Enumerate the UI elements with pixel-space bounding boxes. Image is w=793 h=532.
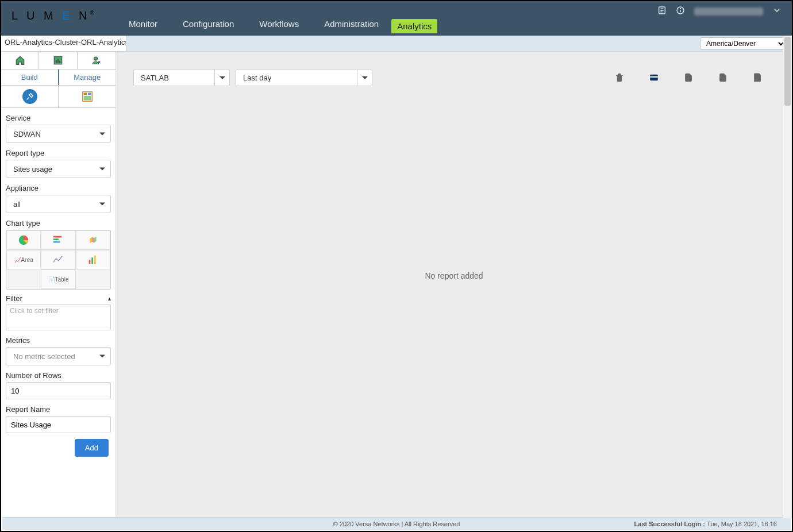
xls-icon[interactable]: [717, 72, 729, 83]
svg-rect-26: [756, 74, 759, 76]
main-toolbar: SATLAB Last day: [116, 52, 792, 86]
report-type-label: Report type: [1, 143, 116, 160]
metrics-select[interactable]: No metric selected: [6, 347, 111, 365]
info-icon[interactable]: [676, 6, 685, 17]
rows-input[interactable]: [6, 382, 111, 399]
tab-home-icon[interactable]: [1, 52, 39, 69]
sidebar-subtabs: Build Manage: [1, 70, 116, 86]
svg-rect-21: [88, 260, 90, 264]
rows-label: Number of Rows: [1, 365, 116, 382]
cluster-path[interactable]: ORL-Analytics-Cluster-ORL-AnalyticsDa: [1, 36, 126, 52]
scrollbar[interactable]: [783, 36, 792, 518]
chart-type-line[interactable]: [41, 250, 75, 269]
metrics-label: Metrics: [1, 330, 116, 347]
service-label: Service: [1, 108, 116, 125]
chart-type-table[interactable]: 📄Table: [41, 269, 75, 289]
svg-rect-19: [53, 238, 59, 240]
timezone-select[interactable]: America/Denver: [700, 37, 786, 50]
notes-icon[interactable]: [657, 6, 667, 17]
pdf-icon[interactable]: [683, 72, 694, 83]
report-name-input[interactable]: [6, 416, 111, 433]
topbar: L U M E N® Monitor Configuration Workflo…: [1, 1, 792, 36]
chart-type-grid: 📈Area 📄Table: [6, 230, 111, 290]
report-name-label: Report Name: [1, 399, 116, 416]
tab-chart-icon[interactable]: [39, 52, 77, 69]
collapse-icon[interactable]: ▴: [108, 295, 111, 302]
svg-rect-25: [650, 76, 658, 78]
report-type-select[interactable]: Sites usage: [6, 160, 111, 178]
subtab-manage[interactable]: Manage: [59, 70, 116, 85]
tab-user-icon[interactable]: [78, 52, 116, 69]
svg-rect-16: [83, 96, 91, 100]
chart-type-area[interactable]: 📈Area: [6, 250, 41, 269]
svg-point-11: [94, 57, 97, 60]
service-select[interactable]: SDWAN: [6, 125, 111, 143]
footer-login: Last Successful Login : Tue, May 18 2021…: [634, 521, 777, 527]
nav-configuration[interactable]: Configuration: [170, 12, 247, 36]
chart-type-3d[interactable]: [76, 230, 110, 250]
chart-type-label: Chart type: [1, 213, 116, 230]
nav-workflows[interactable]: Workflows: [247, 12, 311, 36]
top-nav: Monitor Configuration Workflows Administ…: [116, 1, 437, 36]
user-name-redacted: [694, 7, 763, 16]
layout-icon[interactable]: [59, 86, 116, 107]
svg-rect-23: [94, 256, 96, 264]
chart-type-pie[interactable]: [6, 230, 41, 250]
footer-copyright: © 2020 Versa Networks | All Rights Reser…: [333, 521, 460, 527]
body: Build Manage Service SDWAN Report type S…: [1, 52, 792, 518]
footer: © 2020 Versa Networks | All Rights Reser…: [2, 517, 791, 530]
range-caret-icon[interactable]: [357, 70, 372, 86]
svg-rect-10: [59, 61, 60, 63]
svg-rect-9: [57, 59, 59, 63]
trash-icon[interactable]: [614, 72, 625, 83]
org-select[interactable]: SATLAB: [133, 69, 230, 86]
tools-icon[interactable]: [1, 86, 59, 107]
chart-type-column[interactable]: [76, 250, 110, 269]
chevron-down-icon[interactable]: [772, 6, 782, 17]
subtab-build[interactable]: Build: [1, 70, 59, 85]
svg-point-12: [98, 61, 100, 63]
add-button[interactable]: Add: [75, 439, 109, 457]
range-value: Last day: [236, 70, 357, 86]
nav-analytics[interactable]: Analytics: [391, 19, 437, 33]
svg-rect-22: [91, 257, 93, 264]
svg-rect-8: [56, 60, 57, 63]
svg-rect-18: [53, 236, 62, 238]
svg-rect-27: [756, 78, 759, 81]
sidebar-mode-icons: [1, 86, 116, 108]
main-canvas: SATLAB Last day: [116, 52, 792, 518]
chart-type-hbar[interactable]: [41, 230, 75, 250]
svg-point-6: [680, 8, 681, 9]
main-action-icons: [614, 72, 775, 83]
svg-rect-15: [87, 93, 91, 95]
topbar-right: [657, 6, 782, 17]
card-icon[interactable]: [648, 72, 660, 83]
svg-rect-14: [83, 93, 87, 95]
appliance-label: Appliance: [1, 178, 116, 195]
filter-input[interactable]: Click to set filter: [6, 304, 111, 330]
nav-monitor[interactable]: Monitor: [116, 12, 170, 36]
empty-state-text: No report added: [425, 271, 483, 280]
sidebar: Build Manage Service SDWAN Report type S…: [1, 52, 116, 518]
brand-logo: L U M E N®: [11, 9, 97, 22]
org-caret-icon[interactable]: [214, 70, 229, 86]
sidebar-top-tabs: [1, 52, 116, 70]
range-select[interactable]: Last day: [236, 69, 372, 86]
nav-administration[interactable]: Administration: [311, 12, 391, 36]
svg-rect-20: [53, 241, 60, 243]
filter-label: Filter: [6, 294, 22, 303]
appliance-select[interactable]: all: [6, 195, 111, 213]
save-icon[interactable]: [752, 72, 763, 83]
context-bar: ORL-Analytics-Cluster-ORL-AnalyticsDa Am…: [1, 36, 792, 52]
org-value: SATLAB: [134, 70, 214, 86]
